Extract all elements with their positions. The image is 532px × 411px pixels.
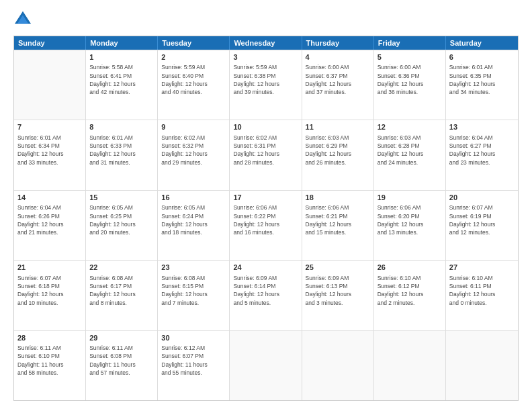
day-info: Sunrise: 6:10 AM Sunset: 6:12 PM Dayligh… <box>378 274 442 307</box>
day-info: Sunrise: 6:10 AM Sunset: 6:11 PM Dayligh… <box>449 274 515 307</box>
day-number: 14 <box>17 193 82 203</box>
day-number: 4 <box>306 52 370 62</box>
day-info: Sunrise: 5:58 AM Sunset: 6:41 PM Dayligh… <box>89 63 154 96</box>
calendar-cell: 19Sunrise: 6:06 AM Sunset: 6:20 PM Dayli… <box>374 191 446 260</box>
day-info: Sunrise: 6:08 AM Sunset: 6:17 PM Dayligh… <box>89 274 154 307</box>
calendar-cell: 12Sunrise: 6:03 AM Sunset: 6:28 PM Dayli… <box>374 120 446 189</box>
day-number: 29 <box>89 333 154 343</box>
day-info: Sunrise: 6:09 AM Sunset: 6:14 PM Dayligh… <box>233 274 298 307</box>
calendar-cell <box>302 331 374 400</box>
day-number: 11 <box>306 122 370 132</box>
calendar-week-row: 14Sunrise: 6:04 AM Sunset: 6:26 PM Dayli… <box>14 190 518 260</box>
calendar-week-row: 28Sunrise: 6:11 AM Sunset: 6:10 PM Dayli… <box>14 330 518 400</box>
day-info: Sunrise: 6:01 AM Sunset: 6:34 PM Dayligh… <box>17 134 82 167</box>
day-number: 23 <box>161 263 226 273</box>
day-info: Sunrise: 6:11 AM Sunset: 6:10 PM Dayligh… <box>17 344 82 377</box>
calendar-body: 1Sunrise: 5:58 AM Sunset: 6:41 PM Daylig… <box>14 50 518 400</box>
day-info: Sunrise: 6:00 AM Sunset: 6:36 PM Dayligh… <box>378 63 442 96</box>
day-info: Sunrise: 6:04 AM Sunset: 6:27 PM Dayligh… <box>449 134 515 167</box>
day-number: 21 <box>17 263 82 273</box>
day-info: Sunrise: 6:06 AM Sunset: 6:20 PM Dayligh… <box>378 203 442 236</box>
header <box>13 10 519 29</box>
weekday-header: Thursday <box>302 36 374 50</box>
day-number: 6 <box>449 52 515 62</box>
calendar-cell: 14Sunrise: 6:04 AM Sunset: 6:26 PM Dayli… <box>14 191 86 260</box>
day-number: 3 <box>233 52 298 62</box>
day-number: 17 <box>233 193 298 203</box>
calendar-cell: 13Sunrise: 6:04 AM Sunset: 6:27 PM Dayli… <box>446 120 518 189</box>
calendar-week-row: 1Sunrise: 5:58 AM Sunset: 6:41 PM Daylig… <box>14 50 518 120</box>
day-info: Sunrise: 6:00 AM Sunset: 6:37 PM Dayligh… <box>306 63 370 96</box>
calendar-cell: 10Sunrise: 6:02 AM Sunset: 6:31 PM Dayli… <box>230 120 302 189</box>
day-info: Sunrise: 6:09 AM Sunset: 6:13 PM Dayligh… <box>306 274 370 307</box>
day-number: 13 <box>449 122 515 132</box>
day-info: Sunrise: 6:06 AM Sunset: 6:21 PM Dayligh… <box>306 203 370 236</box>
calendar-cell: 4Sunrise: 6:00 AM Sunset: 6:37 PM Daylig… <box>302 50 374 120</box>
day-info: Sunrise: 6:01 AM Sunset: 6:33 PM Dayligh… <box>89 134 154 167</box>
day-number: 24 <box>233 263 298 273</box>
calendar-cell: 9Sunrise: 6:02 AM Sunset: 6:32 PM Daylig… <box>158 120 230 189</box>
day-number: 30 <box>161 333 226 343</box>
logo-icon <box>13 10 32 29</box>
day-info: Sunrise: 6:11 AM Sunset: 6:08 PM Dayligh… <box>89 344 154 377</box>
calendar-cell: 1Sunrise: 5:58 AM Sunset: 6:41 PM Daylig… <box>86 50 158 120</box>
day-number: 8 <box>89 122 154 132</box>
day-number: 2 <box>161 52 226 62</box>
day-number: 18 <box>306 193 370 203</box>
calendar-cell: 3Sunrise: 5:59 AM Sunset: 6:38 PM Daylig… <box>230 50 302 120</box>
day-info: Sunrise: 6:05 AM Sunset: 6:24 PM Dayligh… <box>161 203 226 236</box>
calendar-cell: 27Sunrise: 6:10 AM Sunset: 6:11 PM Dayli… <box>446 261 518 330</box>
weekday-header: Friday <box>374 36 446 50</box>
weekday-header: Sunday <box>14 36 86 50</box>
calendar-cell: 22Sunrise: 6:08 AM Sunset: 6:17 PM Dayli… <box>86 261 158 330</box>
calendar-cell: 24Sunrise: 6:09 AM Sunset: 6:14 PM Dayli… <box>230 261 302 330</box>
calendar-cell: 6Sunrise: 6:01 AM Sunset: 6:35 PM Daylig… <box>446 50 518 120</box>
day-number: 12 <box>378 122 442 132</box>
day-info: Sunrise: 6:03 AM Sunset: 6:29 PM Dayligh… <box>306 134 370 167</box>
day-number: 19 <box>378 193 442 203</box>
day-info: Sunrise: 6:07 AM Sunset: 6:18 PM Dayligh… <box>17 274 82 307</box>
calendar-cell: 5Sunrise: 6:00 AM Sunset: 6:36 PM Daylig… <box>374 50 446 120</box>
day-number: 16 <box>161 193 226 203</box>
calendar-cell: 20Sunrise: 6:07 AM Sunset: 6:19 PM Dayli… <box>446 191 518 260</box>
calendar-cell <box>446 331 518 400</box>
calendar-week-row: 21Sunrise: 6:07 AM Sunset: 6:18 PM Dayli… <box>14 260 518 330</box>
day-info: Sunrise: 6:05 AM Sunset: 6:25 PM Dayligh… <box>89 203 154 236</box>
calendar-cell: 25Sunrise: 6:09 AM Sunset: 6:13 PM Dayli… <box>302 261 374 330</box>
day-number: 7 <box>17 122 82 132</box>
day-number: 28 <box>17 333 82 343</box>
calendar-cell: 18Sunrise: 6:06 AM Sunset: 6:21 PM Dayli… <box>302 191 374 260</box>
day-number: 27 <box>449 263 515 273</box>
logo <box>13 10 34 29</box>
calendar: SundayMondayTuesdayWednesdayThursdayFrid… <box>13 36 519 401</box>
day-number: 26 <box>378 263 442 273</box>
day-number: 9 <box>161 122 226 132</box>
day-number: 10 <box>233 122 298 132</box>
day-info: Sunrise: 6:02 AM Sunset: 6:31 PM Dayligh… <box>233 134 298 167</box>
calendar-cell: 29Sunrise: 6:11 AM Sunset: 6:08 PM Dayli… <box>86 331 158 400</box>
day-info: Sunrise: 6:02 AM Sunset: 6:32 PM Dayligh… <box>161 134 226 167</box>
day-info: Sunrise: 6:07 AM Sunset: 6:19 PM Dayligh… <box>449 203 515 236</box>
day-number: 5 <box>378 52 442 62</box>
calendar-cell: 2Sunrise: 5:59 AM Sunset: 6:40 PM Daylig… <box>158 50 230 120</box>
calendar-cell: 8Sunrise: 6:01 AM Sunset: 6:33 PM Daylig… <box>86 120 158 189</box>
calendar-cell: 28Sunrise: 6:11 AM Sunset: 6:10 PM Dayli… <box>14 331 86 400</box>
day-info: Sunrise: 6:12 AM Sunset: 6:07 PM Dayligh… <box>161 344 226 377</box>
calendar-cell: 7Sunrise: 6:01 AM Sunset: 6:34 PM Daylig… <box>14 120 86 189</box>
weekday-header: Tuesday <box>158 36 230 50</box>
day-number: 15 <box>89 193 154 203</box>
calendar-cell: 21Sunrise: 6:07 AM Sunset: 6:18 PM Dayli… <box>14 261 86 330</box>
page: SundayMondayTuesdayWednesdayThursdayFrid… <box>0 0 532 411</box>
day-number: 20 <box>449 193 515 203</box>
calendar-cell <box>230 331 302 400</box>
calendar-week-row: 7Sunrise: 6:01 AM Sunset: 6:34 PM Daylig… <box>14 120 518 189</box>
calendar-cell: 23Sunrise: 6:08 AM Sunset: 6:15 PM Dayli… <box>158 261 230 330</box>
day-info: Sunrise: 6:01 AM Sunset: 6:35 PM Dayligh… <box>449 63 515 96</box>
day-info: Sunrise: 6:08 AM Sunset: 6:15 PM Dayligh… <box>161 274 226 307</box>
weekday-header: Saturday <box>446 36 518 50</box>
day-info: Sunrise: 6:06 AM Sunset: 6:22 PM Dayligh… <box>233 203 298 236</box>
calendar-cell <box>14 50 86 120</box>
day-number: 25 <box>306 263 370 273</box>
weekday-header: Wednesday <box>230 36 302 50</box>
calendar-cell: 11Sunrise: 6:03 AM Sunset: 6:29 PM Dayli… <box>302 120 374 189</box>
